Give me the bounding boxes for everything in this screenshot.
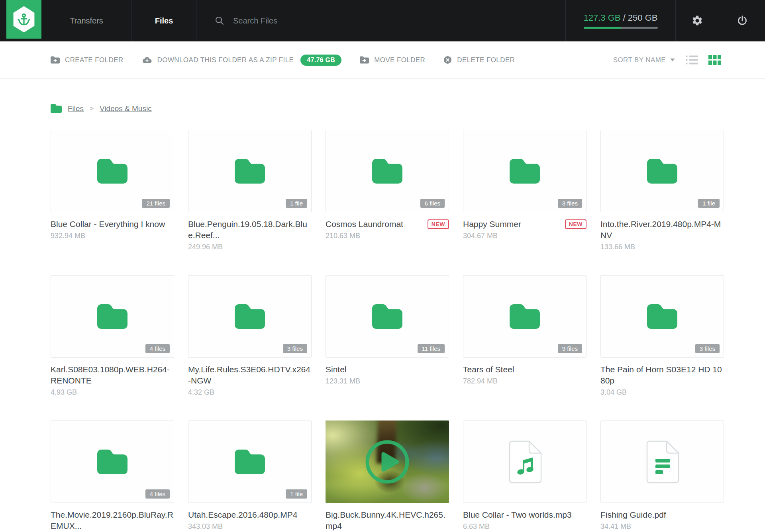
delete-folder-label: DELETE FOLDER — [457, 56, 515, 64]
item-meta: Fishing Guide.pdf34.41 MB — [600, 509, 724, 531]
storage-text: 127.3 GB / 250 GB — [584, 13, 658, 23]
folder-thumbnail[interactable]: 6 files — [326, 130, 449, 212]
item-meta: Tears of Steel782.94 MB — [463, 364, 586, 385]
item-name[interactable]: Cosmos Laundromat — [326, 219, 403, 230]
grid-item: Big.Buck.Bunny.4K.HEVC.h265.mp4 — [326, 421, 449, 532]
folder-thumbnail[interactable]: 11 files — [326, 275, 449, 358]
item-name-row: Fishing Guide.pdf — [600, 509, 724, 520]
folder-thumbnail[interactable]: 3 files — [600, 275, 724, 358]
file-browser: Files > Videos & Music 21 filesBlue Coll… — [0, 104, 765, 532]
tab-transfers[interactable]: Transfers — [41, 0, 131, 41]
item-name[interactable]: Utah.Escape.2016.480p.MP4 — [188, 509, 297, 520]
document-thumbnail[interactable] — [600, 421, 724, 503]
folder-icon — [510, 159, 540, 184]
item-name-row: Happy SummerNEW — [463, 219, 586, 230]
search-icon — [215, 16, 224, 25]
folder-icon — [510, 304, 540, 329]
item-meta: Happy SummerNEW304.67 MB — [463, 219, 586, 240]
item-size: 3.04 GB — [600, 388, 724, 397]
folder-thumbnail[interactable]: 21 files — [51, 130, 174, 212]
logo-hexagon — [12, 6, 36, 33]
file-grid: 21 filesBlue Collar - Everything I know9… — [51, 130, 724, 532]
search-input[interactable] — [233, 16, 472, 25]
folder-icon — [97, 304, 128, 329]
item-name[interactable]: Happy Summer — [463, 219, 521, 230]
create-folder-label: CREATE FOLDER — [65, 56, 124, 64]
grid-item: Fishing Guide.pdf34.41 MB — [600, 421, 724, 532]
item-name[interactable]: Big.Buck.Bunny.4K.HEVC.h265.mp4 — [326, 509, 449, 532]
item-meta: My.Life.Rules.S3E06.HDTV.x264-NGW4.32 GB — [188, 364, 312, 397]
create-folder-button[interactable]: CREATE FOLDER — [51, 56, 124, 64]
app-logo[interactable] — [0, 0, 41, 41]
breadcrumb-separator: > — [90, 105, 94, 113]
item-name[interactable]: Tears of Steel — [463, 364, 514, 375]
folder-thumbnail[interactable]: 1 file — [600, 130, 724, 212]
item-meta: The.Movie.2019.2160p.BluRay.REMUX... — [51, 509, 174, 532]
file-count-badge: 21 files — [142, 199, 170, 208]
item-name[interactable]: Blue Collar - Two worlds.mp3 — [463, 509, 572, 520]
grid-item: 9 filesTears of Steel782.94 MB — [463, 275, 586, 421]
file-count-badge: 3 files — [558, 199, 582, 208]
cloud-download-icon — [142, 56, 152, 64]
breadcrumb-link-files[interactable]: Files — [68, 104, 84, 113]
folder-icon — [372, 304, 402, 329]
item-name-row: Cosmos LaundromatNEW — [326, 219, 449, 230]
file-count-badge: 4 files — [145, 344, 170, 353]
item-name[interactable]: Karl.S08E03.1080p.WEB.H264-RENONTE — [51, 364, 174, 386]
item-meta: Blue Collar - Everything I know932.94 MB — [51, 219, 174, 240]
new-badge: NEW — [428, 219, 449, 229]
folder-icon — [51, 104, 62, 113]
download-zip-label: DOWNLOAD THIS FOLDER AS A ZIP FILE — [157, 56, 294, 64]
storage-meter[interactable]: 127.3 GB / 250 GB — [566, 0, 675, 41]
item-name[interactable]: The.Movie.2019.2160p.BluRay.REMUX... — [51, 509, 174, 532]
move-folder-button[interactable]: MOVE FOLDER — [360, 56, 425, 64]
folder-thumbnail[interactable]: 3 files — [188, 275, 312, 358]
item-size: 343.03 MB — [188, 522, 312, 531]
item-name[interactable]: The Pain of Horn S03E12 HD 1080p — [600, 364, 724, 386]
item-name-row: Blue Collar - Everything I know — [51, 219, 174, 230]
folder-thumbnail[interactable]: 4 files — [51, 421, 174, 503]
item-meta: Into.the.River.2019.480p.MP4-MNV133.66 M… — [600, 219, 724, 251]
download-zip-button[interactable]: DOWNLOAD THIS FOLDER AS A ZIP FILE 47.76… — [142, 55, 342, 66]
folder-thumbnail[interactable]: 3 files — [463, 130, 586, 212]
grid-item: 3 filesMy.Life.Rules.S3E06.HDTV.x264-NGW… — [188, 275, 312, 421]
video-thumbnail[interactable] — [326, 421, 449, 503]
item-name[interactable]: Fishing Guide.pdf — [600, 509, 666, 520]
folder-thumbnail[interactable]: 1 file — [188, 421, 312, 503]
settings-button[interactable] — [676, 0, 719, 41]
item-name[interactable]: Blue Collar - Everything I know — [51, 219, 165, 230]
sort-by-button[interactable]: SORT BY NAME — [613, 56, 675, 64]
folder-icon — [647, 304, 677, 329]
item-size: 249.96 MB — [188, 243, 312, 251]
view-toggle — [686, 55, 721, 65]
item-name[interactable]: Sintel — [326, 364, 347, 375]
logout-button[interactable] — [719, 0, 765, 41]
grid-item: Blue Collar - Two worlds.mp36.63 MB — [463, 421, 586, 532]
folder-icon — [235, 450, 265, 474]
folder-icon — [235, 304, 265, 329]
item-name[interactable]: My.Life.Rules.S3E06.HDTV.x264-NGW — [188, 364, 312, 386]
item-size: 782.94 MB — [463, 377, 586, 385]
folder-thumbnail[interactable]: 4 files — [51, 275, 174, 358]
grid-item: 4 filesKarl.S08E03.1080p.WEB.H264-RENONT… — [51, 275, 174, 421]
anchor-icon — [16, 12, 31, 27]
folder-icon — [97, 159, 128, 184]
delete-folder-button[interactable]: DELETE FOLDER — [443, 56, 515, 64]
grid-item: 1 fileBlue.Penguin.19.05.18.Dark.Blue.Re… — [188, 130, 312, 275]
breadcrumb-link-current[interactable]: Videos & Music — [100, 104, 152, 113]
grid-item: 6 filesCosmos LaundromatNEW210.63 MB — [326, 130, 449, 275]
item-name-row: My.Life.Rules.S3E06.HDTV.x264-NGW — [188, 364, 312, 386]
sort-by-label: SORT BY NAME — [613, 56, 666, 64]
item-name-row: Blue Collar - Two worlds.mp3 — [463, 509, 586, 520]
item-size: 304.67 MB — [463, 232, 586, 240]
item-name[interactable]: Blue.Penguin.19.05.18.Dark.Blue.Reef... — [188, 219, 312, 241]
item-name[interactable]: Into.the.River.2019.480p.MP4-MNV — [600, 219, 724, 241]
folder-thumbnail[interactable]: 9 files — [463, 275, 586, 358]
power-icon — [736, 15, 748, 27]
item-name-row: Big.Buck.Bunny.4K.HEVC.h265.mp4 — [326, 509, 449, 532]
list-view-icon[interactable] — [686, 55, 698, 65]
tab-files[interactable]: Files — [132, 0, 196, 41]
audio-thumbnail[interactable] — [463, 421, 586, 503]
grid-view-icon[interactable] — [708, 55, 721, 65]
folder-thumbnail[interactable]: 1 file — [188, 130, 312, 212]
